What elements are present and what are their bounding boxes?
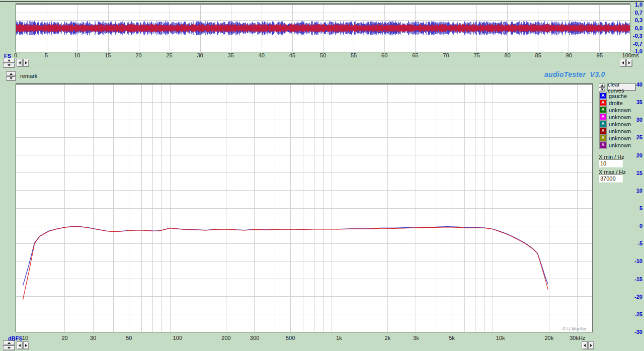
scope-y-tick-label: 0,7 <box>635 10 642 16</box>
legend-item-label: unknown <box>609 121 631 127</box>
left-arrow-icon <box>584 344 586 347</box>
scope-x-tick-label: 20 <box>135 52 141 58</box>
scope-x-tick-label: 45 <box>289 52 295 58</box>
legend-color-icon[interactable]: A <box>600 128 606 134</box>
left-arrow-icon <box>622 61 624 64</box>
analyzer-x-tick-label: 100 <box>173 335 182 341</box>
legend-item-label: unknown <box>609 135 631 141</box>
legend-item-label: unknown <box>609 128 631 134</box>
analyzer-y-tick-label: 35 <box>636 99 642 105</box>
down-arrow-icon <box>8 347 11 349</box>
app-title: audioTester V3.0 <box>544 70 605 78</box>
spinner-down-button[interactable] <box>3 345 15 350</box>
scope-x-tick-label: 10 <box>74 52 80 58</box>
analyzer-y-spinner <box>3 340 15 350</box>
legend-color-icon[interactable]: A <box>600 100 606 106</box>
scope-scroll-right-button-right-side[interactable] <box>626 59 632 67</box>
down-arrow-icon <box>8 64 11 66</box>
clear-curves-button[interactable]: clear curves <box>607 83 636 91</box>
legend-color-icon[interactable]: A <box>600 107 606 113</box>
legend-color-icon[interactable]: A <box>600 142 606 148</box>
x-max-input[interactable] <box>599 174 623 183</box>
analyzer-scroll-left-button[interactable] <box>17 341 23 349</box>
legend-color-icon[interactable]: A <box>600 93 606 99</box>
analyzer-y-tick-label: 5 <box>639 205 642 211</box>
copyright-label: © U.Mueller <box>562 326 587 331</box>
legend-item: Aunknown <box>600 107 631 113</box>
spinner-up-button[interactable] <box>6 71 16 76</box>
scope-y-tick-label: -0,7 <box>633 41 642 47</box>
analyzer-x-tick-label: 30 <box>90 335 96 341</box>
legend-spinner <box>599 83 605 92</box>
spinner-down-button[interactable] <box>6 76 16 81</box>
legend-item: Aunknown <box>600 121 631 127</box>
analyzer-x-tick-label: 200 <box>221 335 230 341</box>
scope-scroll-left-button-right-side[interactable] <box>620 59 626 67</box>
scope-x-tick-label: 5 <box>45 52 48 58</box>
spinner-down-button[interactable] <box>599 87 605 92</box>
down-arrow-icon <box>10 77 13 79</box>
analyzer-x-tick-label: 10k <box>496 335 505 341</box>
legend-item-label: gauche <box>609 93 627 99</box>
scope-plot[interactable] <box>16 4 630 52</box>
analyzer-scroll-left-button-right-side[interactable] <box>582 341 588 349</box>
right-arrow-icon <box>628 61 630 64</box>
legend-item: Aunknown <box>600 114 631 120</box>
analyzer-x-tick-label: 10 <box>22 335 28 341</box>
up-arrow-icon <box>8 342 11 344</box>
analyzer-scroll-right-button-right-side[interactable] <box>588 341 594 349</box>
analyzer-plot[interactable] <box>16 83 593 332</box>
scope-x-tick-label: 75 <box>473 52 479 58</box>
scope-scroll-left-button[interactable] <box>17 59 23 67</box>
spinner-up-button[interactable] <box>3 340 15 345</box>
scope-waveform <box>16 5 630 52</box>
analyzer-y-tick-label: 10 <box>636 188 642 194</box>
scope-x-tick-label: 15 <box>105 52 111 58</box>
scope-scroll-right-button[interactable] <box>23 59 29 67</box>
remark-spinner <box>6 71 16 81</box>
left-arrow-icon <box>19 61 21 64</box>
spinner-up-button[interactable] <box>3 58 15 63</box>
analyzer-x-tick-label: 3k <box>413 335 419 341</box>
analyzer-y-tick-label: 0 <box>639 223 642 229</box>
analyzer-y-tick-label: -25 <box>634 311 642 317</box>
scope-x-tick-label: 55 <box>351 52 357 58</box>
scope-x-tick-label: 90 <box>566 52 572 58</box>
legend-color-icon[interactable]: A <box>600 114 606 120</box>
spinner-down-button[interactable] <box>3 63 15 68</box>
analyzer-x-tick-label: 2k <box>385 335 391 341</box>
analyzer-y-tick-label: 25 <box>636 134 642 140</box>
analyzer-y-tick-label: 30 <box>636 117 642 123</box>
scope-x-tick-label: 25 <box>166 52 172 58</box>
spinner-up-button[interactable] <box>599 83 605 87</box>
analyzer-y-tick-label: -10 <box>634 258 642 264</box>
legend-color-icon[interactable]: A <box>600 135 606 141</box>
legend-item-label: unknown <box>609 114 631 120</box>
scope-x-tick-label: 65 <box>412 52 418 58</box>
legend-item: Aunknown <box>600 135 631 141</box>
scope-x-tick-label: 80 <box>504 52 510 58</box>
analyzer-y-tick-label: 40 <box>636 81 642 87</box>
analyzer-x-tick-label: 500 <box>286 335 295 341</box>
analyzer-scroll-right-button[interactable] <box>23 341 29 349</box>
analyzer-y-tick-label: -15 <box>634 276 642 282</box>
up-arrow-icon <box>601 84 604 86</box>
analyzer-y-tick-label: -30 <box>634 329 642 335</box>
analyzer-x-tick-label: 50 <box>126 335 132 341</box>
up-arrow-icon <box>10 73 13 75</box>
analyzer-y-tick-label: 15 <box>636 170 642 176</box>
scope-x-tick-label: 30 <box>197 52 203 58</box>
analyzer-x-tick-label: 20k <box>544 335 553 341</box>
right-arrow-icon <box>25 61 27 64</box>
legend-color-icon[interactable]: A <box>600 121 606 127</box>
analyzer-x-tick-label: 1k <box>336 335 342 341</box>
scope-y-tick-label: -0,3 <box>633 33 642 39</box>
analyzer-x-tick-label: 30kHz <box>570 335 585 341</box>
analyzer-y-tick-label: 20 <box>636 152 642 158</box>
frequency-response-chart <box>16 84 592 332</box>
remark-label: remark <box>20 73 37 79</box>
scope-y-spinner <box>3 58 15 68</box>
analyzer-x-tick-label: 5k <box>449 335 455 341</box>
analyzer-x-tick-label: 20 <box>61 335 67 341</box>
x-min-input[interactable] <box>599 159 623 167</box>
